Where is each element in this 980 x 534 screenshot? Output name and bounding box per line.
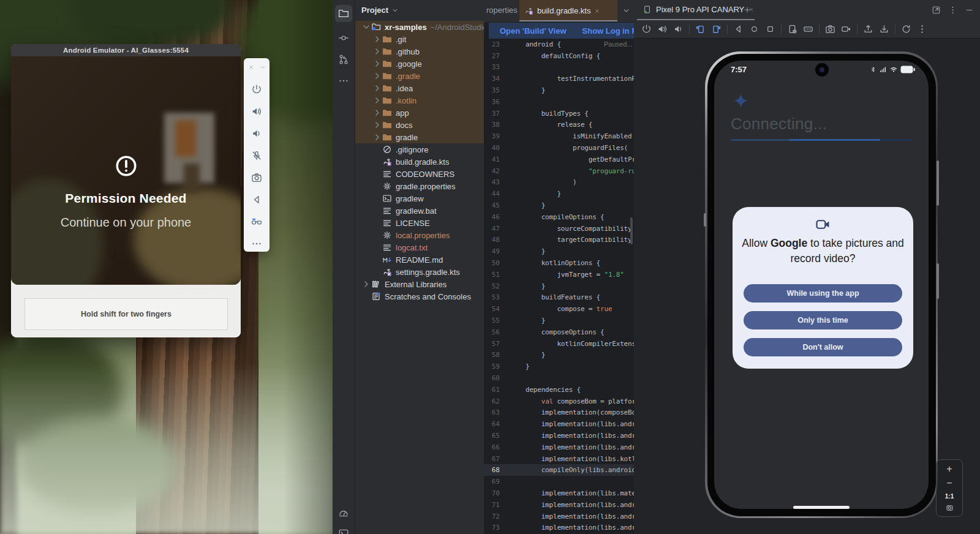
terminal-icon[interactable] [338,528,349,534]
tree-item--git[interactable]: .git [355,33,484,45]
banner-action-show-log-in-finder[interactable]: Show Log in Finder [582,26,634,36]
hide-panel-icon[interactable] [965,6,974,15]
tree-item--kotlin[interactable]: .kotlin [355,94,484,107]
zoom-in-button[interactable]: + [946,464,952,474]
kebab-icon[interactable] [917,24,927,34]
banner-action-open-build-view[interactable]: Open 'Build' View [500,26,567,36]
line-number[interactable]: 45 [484,201,500,209]
camera-icon[interactable] [251,172,262,183]
line-number[interactable]: 42 [484,167,500,175]
tree-item-gradle-properties[interactable]: gradle.properties [355,180,484,192]
editor-scrollbar[interactable] [630,217,633,244]
tree-item-gradlew[interactable]: gradlew [355,192,484,205]
download-icon[interactable] [879,24,889,34]
line-number[interactable]: 34 [484,75,500,83]
close-icon[interactable] [248,64,254,70]
fit-screen-icon[interactable] [946,504,954,512]
line-number[interactable]: 55 [484,317,500,325]
line-number[interactable]: 58 [484,351,500,359]
permission-button-only-this-time[interactable]: Only this time [744,311,902,329]
tree-item--github[interactable]: .github [355,45,484,58]
code-area[interactable]: 23android {Paused...27 defaultConfig {33… [484,39,634,534]
camera-icon[interactable] [825,24,835,34]
recents-icon[interactable] [765,24,775,34]
mic-off-icon[interactable] [251,150,262,161]
minimize-icon[interactable] [260,64,266,70]
line-number[interactable]: 44 [484,190,500,198]
tree-item-readme-md[interactable]: README.md [355,254,484,266]
phone-screen[interactable]: 7:57 Connecting... [714,61,929,509]
tree-item-settings-gradle-kts[interactable]: settings.gradle.kts [355,266,484,278]
line-number[interactable]: 43 [484,178,500,186]
line-number[interactable]: 67 [484,455,500,463]
line-number[interactable]: 70 [484,489,500,497]
volume-up-icon[interactable] [657,24,668,34]
line-number[interactable]: 37 [484,110,500,118]
device-input-icon[interactable] [803,24,813,34]
line-number[interactable]: 59 [484,363,500,370]
permission-button-don-t-allow[interactable]: Don't allow [744,338,902,356]
power-icon[interactable] [251,84,262,95]
tree-item--google[interactable]: .google [355,58,484,70]
line-number[interactable]: 23 [484,40,500,48]
line-number[interactable]: 54 [484,305,500,313]
tree-item-build-gradle-kts[interactable]: build.gradle.kts [355,156,484,168]
line-number[interactable]: 41 [484,156,500,164]
add-device-tab-icon[interactable] [743,6,752,14]
line-number[interactable]: 72 [484,513,500,521]
line-number[interactable]: 39 [484,132,500,140]
restart-icon[interactable] [901,24,911,34]
close-tab-icon[interactable] [594,8,600,14]
line-number[interactable]: 33 [484,63,500,71]
tree-item-logcat-txt[interactable]: logcat.txt [355,241,484,254]
tree-item--idea[interactable]: .idea [355,82,484,94]
glasses-icon[interactable] [251,216,262,227]
line-number[interactable]: 40 [484,144,500,152]
tree-item-gradlew-bat[interactable]: gradlew.bat [355,205,484,217]
line-number[interactable]: 64 [484,420,500,428]
line-number[interactable]: 49 [484,247,500,255]
back-icon[interactable] [251,194,262,205]
line-number[interactable]: 71 [484,501,500,509]
tree-item-license[interactable]: LICENSE [355,217,484,229]
line-number[interactable]: 52 [484,282,500,290]
line-number[interactable]: 69 [484,478,500,486]
volume-up-icon[interactable] [251,106,262,117]
tab-build-gradle-kts[interactable]: build.gradle.kts [519,0,617,21]
commit-icon[interactable] [338,32,349,43]
tree-item--gitignore[interactable]: .gitignore [355,143,484,156]
home-indicator[interactable] [793,506,850,509]
line-number[interactable]: 63 [484,408,500,416]
line-number[interactable]: 38 [484,121,500,129]
line-number[interactable]: 60 [484,374,500,382]
permission-button-while-using-the-app[interactable]: While using the app [744,284,902,303]
device-tab-pixel-9-pro[interactable]: Pixel 9 Pro API CANARY [639,0,758,19]
profiler-icon[interactable] [338,507,349,518]
line-number[interactable]: 48 [484,236,500,244]
tree-item--gradle[interactable]: .gradle [355,70,484,82]
hidden-tabs-icon[interactable] [622,7,630,15]
more-dots-icon[interactable] [251,238,262,249]
power-icon[interactable] [641,24,652,34]
zoom-out-button[interactable]: − [946,478,952,488]
device-settings-icon[interactable] [787,24,797,34]
tree-item-codeowners[interactable]: CODEOWNERS [355,168,484,180]
home-icon[interactable] [749,24,760,34]
tree-item-gradle[interactable]: gradle [355,131,484,143]
volume-down-icon[interactable] [673,24,684,34]
tree-item-scratches-and-consoles[interactable]: Scratches and Consoles [355,290,484,303]
line-number[interactable]: 51 [484,271,500,279]
line-number[interactable]: 27 [484,52,500,60]
emulator-screen[interactable]: Permission Needed Continue on your phone [11,56,241,285]
line-number[interactable]: 35 [484,86,500,94]
back-icon[interactable] [733,24,744,34]
tree-item-local-properties[interactable]: local.properties [355,229,484,241]
zoom-reset-button[interactable]: 1:1 [945,493,954,500]
line-number[interactable]: 47 [484,225,500,233]
tab-gradle-properties[interactable]: roperties [486,6,518,15]
line-number[interactable]: 73 [484,524,500,532]
pull-request-icon[interactable] [338,54,349,65]
line-number[interactable]: 46 [484,213,500,221]
line-number[interactable]: 57 [484,340,500,348]
tree-item-docs[interactable]: docs [355,119,484,131]
